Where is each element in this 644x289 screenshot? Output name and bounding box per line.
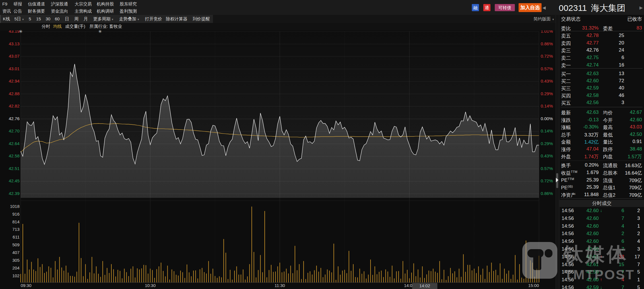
tick-time: 14:56 xyxy=(562,216,574,221)
stat-value: 709亿 xyxy=(629,177,642,184)
badge-融[interactable]: 融 xyxy=(472,4,479,11)
menu-item-沪深股通[interactable]: 沪深股通 xyxy=(51,1,68,7)
level-label: 卖五 xyxy=(561,33,571,39)
toolbar-open-auction[interactable]: 打开竞价 xyxy=(145,15,162,23)
menu-item-盈利预测[interactable]: 盈利预测 xyxy=(120,9,137,14)
level-label: 卖四 xyxy=(561,40,571,47)
toolbar-price-alert[interactable]: 到价提醒 xyxy=(193,15,210,23)
toolbar-more-periods[interactable]: 更多周期 ▼ xyxy=(93,15,114,23)
next-stock-icon[interactable]: ▶ xyxy=(639,5,643,10)
trade-status-label: 交易状态 xyxy=(561,16,581,22)
menu-item-资金流向[interactable]: 资金流向 xyxy=(51,9,68,14)
trade-status-row: 交易状态 已收市 xyxy=(559,16,644,22)
toolbar-kline[interactable]: K线 xyxy=(3,15,10,23)
toolbar-period-30[interactable]: 30 xyxy=(46,15,51,23)
stat-value: 47.04 xyxy=(586,146,599,152)
tick-price: 42.60 xyxy=(586,231,599,237)
tick-row: 14:5642.60↑41 xyxy=(559,277,644,283)
ask-row-1: 卖一42.7416 xyxy=(559,62,644,69)
level-price: 42.58 xyxy=(586,93,599,98)
toolbar-exright-calculator[interactable]: 除权计算器 xyxy=(166,15,187,23)
intraday-chart[interactable]: 43.1943.1343.0743.0142.9442.8842.8242.76… xyxy=(0,30,556,289)
menu-item-F9[interactable]: F9 xyxy=(2,1,7,6)
level-price: 42.78 xyxy=(586,33,599,38)
menu-item-财务摘要[interactable]: 财务摘要 xyxy=(28,9,45,14)
toolbar-period-5[interactable]: 5 xyxy=(29,15,31,23)
tick-row: 14:5642.6073 xyxy=(559,216,644,222)
level-label: 买三 xyxy=(561,85,571,92)
stat-row: PE(动)25.39总值1709亿 xyxy=(559,184,644,191)
price-axis-label: 43.13 xyxy=(9,41,20,46)
toolbar-period-60[interactable]: 60 xyxy=(55,15,60,23)
level-label: 卖二 xyxy=(561,55,571,61)
tick-row: 14:5642.61157 xyxy=(559,262,644,268)
panel-separator xyxy=(560,161,643,161)
percent-axis-label: 0.29% xyxy=(541,91,553,96)
tick-row: 14:5642.6022 xyxy=(559,231,644,237)
level-price: 42.56 xyxy=(586,100,599,106)
prev-stock-icon[interactable]: ◀ xyxy=(542,5,546,10)
badge-可转债[interactable]: 可转债 xyxy=(495,4,515,11)
stat-label-sup: (动) xyxy=(568,185,573,188)
weibi-row: 委比 31.32% 委差 83 xyxy=(559,25,644,32)
stat-label: 最新 xyxy=(561,110,571,116)
toolbar-overlay[interactable]: 走势叠加 ▼ xyxy=(119,15,139,23)
menu-item-公告[interactable]: 公告 xyxy=(13,9,22,14)
toolbar-period-15[interactable]: 15 xyxy=(36,15,41,23)
tick-time: 14:56 xyxy=(562,223,574,229)
weicha-value: 83 xyxy=(637,25,642,31)
price-axis-label: 42.82 xyxy=(9,104,20,108)
tab-volume[interactable]: 成交量(手) xyxy=(65,23,85,30)
tick-volume: 4 xyxy=(622,223,624,229)
menu-item-研报[interactable]: 研报 xyxy=(13,1,22,7)
tick-row: 14:5642.60↓62 xyxy=(559,208,644,214)
menu-item-大宗交易[interactable]: 大宗交易 xyxy=(75,1,92,7)
stat-value: 42.60 xyxy=(630,117,642,123)
tick-count: 3 xyxy=(637,216,640,221)
stat-label: 内盘 xyxy=(603,153,613,160)
toolbar-period-5d[interactable]: 5日 ▼ xyxy=(14,15,24,23)
tab-junxian[interactable]: 均线 xyxy=(53,23,62,30)
industry-value[interactable]: 畜牧业 xyxy=(109,24,122,29)
tick-volume: 2 xyxy=(622,231,624,237)
volume-axis-label: 509 xyxy=(12,242,20,247)
price-axis-label: 43.01 xyxy=(9,66,20,71)
add-to-watchlist-button[interactable]: 加入自选 xyxy=(519,3,542,12)
price-axis-label: 43.07 xyxy=(9,54,20,58)
bid-row-3: 买三42.5940 xyxy=(559,85,644,91)
tick-volume: 15 xyxy=(619,262,624,267)
toolbar-period-day[interactable]: 日 xyxy=(65,15,69,23)
menu-item-股东研究[interactable]: 股东研究 xyxy=(120,1,137,7)
stat-label: 金额 xyxy=(561,139,571,145)
stat-value: 42.67 xyxy=(630,110,642,115)
menu-item-资讯[interactable]: 资讯 xyxy=(2,9,11,14)
stat-row: 收益TTM1.679总股本16.64亿 xyxy=(559,170,644,176)
menu-item-机构调研[interactable]: 机构调研 xyxy=(97,9,114,14)
panel-collapse-icon[interactable] xyxy=(556,178,558,182)
stat-value: 709亿 xyxy=(629,184,642,191)
percent-axis-label: 0.29% xyxy=(541,141,553,146)
stat-value: 16.63亿 xyxy=(625,162,642,169)
level-volume: 72 xyxy=(619,78,624,84)
menu-item-主营构成[interactable]: 主营构成 xyxy=(75,9,92,14)
tick-direction-icon: ↓ xyxy=(600,208,602,213)
menu-item-机构持股[interactable]: 机构持股 xyxy=(97,1,114,7)
stat-value: 42.50 xyxy=(630,132,642,137)
badge-通[interactable]: 通 xyxy=(483,4,490,11)
tick-direction-icon: ↑ xyxy=(600,254,602,259)
stat-label: 收益TTM xyxy=(561,170,577,176)
level-label: 卖一 xyxy=(561,62,571,69)
stat-label: 总值2 xyxy=(603,192,615,198)
toolbar-period-week[interactable]: 周 xyxy=(74,15,79,23)
layout-mode-button[interactable]: 简约版面 ▼ xyxy=(534,15,554,23)
trading-app-window: F9研报估值通道沪深股通大宗交易机构持股股东研究 资讯公告财务摘要资金流向主营构… xyxy=(0,0,644,289)
menu-item-估值通道[interactable]: 估值通道 xyxy=(28,1,45,7)
level-volume: 24 xyxy=(619,47,624,53)
toolbar-period-month[interactable]: 月 xyxy=(84,15,88,23)
tick-count: 5 xyxy=(637,269,640,275)
volume-axis-label: 102 xyxy=(12,273,20,278)
chart-tab-row: 分时 均线 成交量(手) 所属行业: 畜牧业 xyxy=(0,23,556,30)
bid-row-2: 买二42.6072 xyxy=(559,78,644,84)
tick-direction-icon: ↓ xyxy=(600,269,602,274)
tab-fenshi[interactable]: 分时 xyxy=(42,23,50,30)
